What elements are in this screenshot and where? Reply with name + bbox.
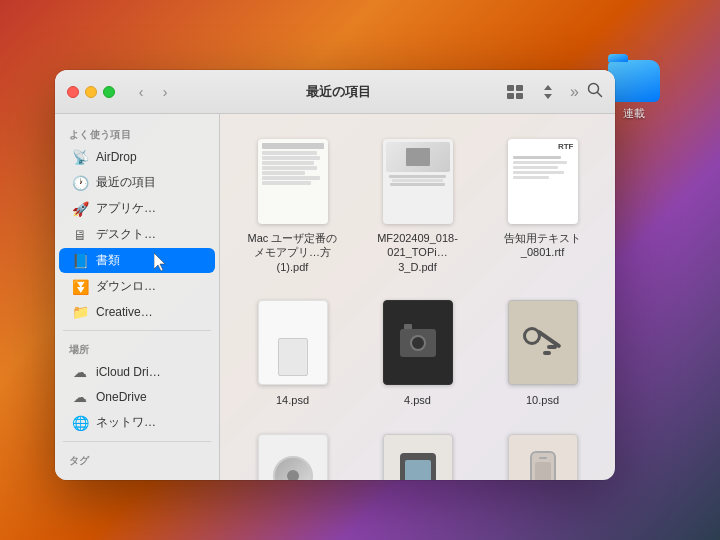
search-button[interactable] [587, 82, 603, 102]
forward-button[interactable]: › [155, 82, 175, 102]
creative-icon: 📁 [71, 304, 89, 320]
sidebar-item-books[interactable]: 📘 書類 [59, 248, 215, 273]
close-button[interactable] [67, 86, 79, 98]
file-name: MF202409_018-021_TOPi…3_D.pdf [373, 231, 463, 274]
window-title: 最近の項目 [183, 83, 494, 101]
sidebar-item-downloads[interactable]: ⏬ ダウンロ… [59, 274, 215, 299]
traffic-lights [67, 86, 115, 98]
grid-view-button[interactable] [502, 82, 530, 102]
file-item[interactable]: Mac ユーザ定番のメモアプリ…方 (1).pdf [236, 130, 349, 280]
sidebar-item-label: AirDrop [96, 150, 137, 164]
sidebar-item-label: デスクト… [96, 226, 156, 243]
favorites-section-label: よく使う項目 [55, 122, 219, 144]
rtf-preview: RTF [508, 139, 578, 224]
sidebar-divider [63, 330, 211, 331]
minimize-button[interactable] [85, 86, 97, 98]
title-bar: ‹ › 最近の項目 » [55, 70, 615, 114]
sidebar-item-label: OneDrive [96, 390, 147, 404]
svg-rect-3 [516, 93, 523, 99]
file-thumbnail [378, 136, 458, 226]
file-item[interactable]: 22.psd [236, 425, 349, 480]
more-button[interactable]: » [566, 83, 583, 101]
finder-window: ‹ › 最近の項目 » [55, 70, 615, 480]
sidebar-item-label: ダウンロ… [96, 278, 156, 295]
file-item[interactable]: MF202409_018-021_TOPi…3_D.pdf [361, 130, 474, 280]
file-thumbnail [503, 298, 583, 388]
file-name: 10.psd [526, 393, 559, 407]
view-controls: » [502, 82, 603, 102]
sidebar: よく使う項目 📡 AirDrop 🕐 最近の項目 🚀 アプリケ… 🖥 デスクト…… [55, 114, 220, 480]
folder-icon [608, 60, 660, 102]
sidebar-item-recents[interactable]: 🕐 最近の項目 [59, 170, 215, 195]
pdf-preview [383, 139, 453, 224]
svg-rect-1 [516, 85, 523, 91]
content-area: よく使う項目 📡 AirDrop 🕐 最近の項目 🚀 アプリケ… 🖥 デスクト…… [55, 114, 615, 480]
sidebar-item-label: ネットワ… [96, 414, 156, 431]
file-name: 14.psd [276, 393, 309, 407]
sidebar-item-network[interactable]: 🌐 ネットワ… [59, 410, 215, 435]
recents-icon: 🕐 [71, 175, 89, 191]
file-item[interactable]: 10.psd [486, 292, 599, 413]
sidebar-item-label: アプリケ… [96, 200, 156, 217]
file-thumbnail: RTF [503, 136, 583, 226]
svg-marker-5 [544, 94, 552, 99]
svg-marker-4 [544, 85, 552, 90]
file-item[interactable]: 4.psd [361, 292, 474, 413]
psd-preview [508, 300, 578, 385]
sidebar-item-airdrop[interactable]: 📡 AirDrop [59, 145, 215, 169]
svg-rect-0 [507, 85, 514, 91]
psd-preview [383, 434, 453, 480]
network-icon: 🌐 [71, 415, 89, 431]
file-thumbnail [253, 298, 333, 388]
tags-section-label: タグ [55, 448, 219, 470]
psd-preview [258, 300, 328, 385]
psd-preview [383, 300, 453, 385]
file-thumbnail [503, 431, 583, 480]
file-thumbnail [378, 298, 458, 388]
sidebar-item-label: 最近の項目 [96, 174, 156, 191]
desktop-icon: 🖥 [71, 227, 89, 243]
sidebar-item-onedrive[interactable]: ☁ OneDrive [59, 385, 215, 409]
back-button[interactable]: ‹ [131, 82, 151, 102]
file-thumbnail [378, 431, 458, 480]
sidebar-item-label: iCloud Dri… [96, 365, 161, 379]
apps-icon: 🚀 [71, 201, 89, 217]
sort-button[interactable] [534, 82, 562, 102]
desktop-folder[interactable]: 連載 [608, 60, 660, 121]
sidebar-item-label: Creative… [96, 305, 153, 319]
books-icon: 📘 [71, 253, 89, 269]
sidebar-item-desktop[interactable]: 🖥 デスクト… [59, 222, 215, 247]
airdrop-icon: 📡 [71, 149, 89, 165]
desktop-folder-label: 連載 [623, 106, 645, 121]
file-item[interactable]: 25.psd [361, 425, 474, 480]
sidebar-item-label: 書類 [96, 252, 120, 269]
file-thumbnail [253, 431, 333, 480]
file-thumbnail [253, 136, 333, 226]
nav-buttons: ‹ › [131, 82, 175, 102]
pdf-preview [258, 139, 328, 224]
sidebar-item-apps[interactable]: 🚀 アプリケ… [59, 196, 215, 221]
svg-line-7 [598, 92, 602, 96]
places-section-label: 場所 [55, 337, 219, 359]
sidebar-item-creative[interactable]: 📁 Creative… [59, 300, 215, 324]
icloud-icon: ☁ [71, 364, 89, 380]
svg-rect-2 [507, 93, 514, 99]
onedrive-icon: ☁ [71, 389, 89, 405]
downloads-icon: ⏬ [71, 279, 89, 295]
maximize-button[interactable] [103, 86, 115, 98]
file-name: 4.psd [404, 393, 431, 407]
file-item[interactable]: 19.psd [486, 425, 599, 480]
sidebar-item-icloud[interactable]: ☁ iCloud Dri… [59, 360, 215, 384]
file-name: Mac ユーザ定番のメモアプリ…方 (1).pdf [248, 231, 338, 274]
psd-preview [508, 434, 578, 480]
sidebar-divider-2 [63, 441, 211, 442]
file-item[interactable]: RTF 告知用テキスト_0801.rtf [486, 130, 599, 280]
file-item[interactable]: 14.psd [236, 292, 349, 413]
file-name: 告知用テキスト_0801.rtf [498, 231, 588, 260]
psd-preview [258, 434, 328, 480]
file-grid: Mac ユーザ定番のメモアプリ…方 (1).pdf MF202409_018-0… [220, 114, 615, 480]
